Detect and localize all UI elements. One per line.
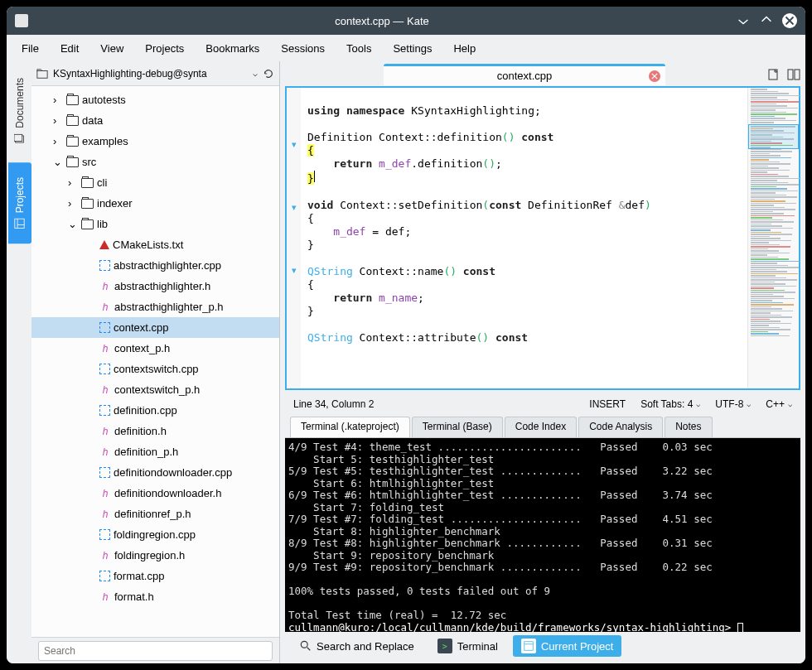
menu-bookmarks[interactable]: Bookmarks (197, 39, 268, 58)
tree-item-definitiondownloader-h[interactable]: hdefinitiondownloader.h (31, 483, 279, 504)
tree-search-input[interactable] (38, 641, 273, 661)
folder-icon (81, 219, 94, 229)
side-tab-projects-label: Projects (14, 177, 26, 213)
close-tab-icon[interactable] (649, 70, 660, 82)
bottom-toolbar: Search and Replace > Terminal Current Pr… (285, 632, 800, 660)
tree-item-data[interactable]: ›data (31, 110, 279, 131)
edit-mode: INSERT (589, 398, 626, 410)
h-icon: h (99, 281, 111, 292)
search-replace-button[interactable]: Search and Replace (292, 637, 423, 656)
tree-item-label: cli (97, 176, 107, 189)
app-icon (15, 14, 28, 27)
tree-item-foldingregion-h[interactable]: hfoldingregion.h (31, 545, 279, 566)
tab-code-analysis[interactable]: Code Analysis (578, 417, 663, 437)
tree-item-CMakeLists-txt[interactable]: CMakeLists.txt (31, 234, 279, 255)
tree-item-indexer[interactable]: ›indexer (31, 193, 279, 214)
tree-item-context-cpp[interactable]: context.cpp (31, 317, 279, 338)
tree-item-label: definitiondownloader.h (114, 487, 221, 499)
current-project-button[interactable]: Current Project (513, 635, 621, 657)
cpp-icon (99, 322, 110, 333)
terminal-button[interactable]: > Terminal (429, 635, 506, 657)
split-icon[interactable] (787, 68, 800, 81)
tree-item-definition-cpp[interactable]: definition.cpp (31, 400, 279, 421)
terminal-icon: > (437, 639, 452, 653)
tree-item-examples[interactable]: ›examples (31, 131, 279, 152)
tree-item-abstracthighlighter-p-h[interactable]: habstracthighlighter_p.h (31, 296, 279, 317)
current-project-label: Current Project (541, 640, 613, 653)
tab-notes[interactable]: Notes (665, 417, 712, 437)
side-tab-documents-label: Documents (14, 78, 26, 128)
tree-item-definition-h[interactable]: hdefinition.h (31, 421, 279, 441)
tree-item-label: indexer (97, 197, 133, 210)
side-tab-projects[interactable]: Projects (8, 162, 31, 243)
editor-code[interactable]: using namespace KSyntaxHighlighting; Def… (301, 88, 747, 388)
svg-rect-5 (37, 70, 47, 78)
menu-edit[interactable]: Edit (52, 39, 87, 58)
menu-tools[interactable]: Tools (338, 39, 379, 58)
menu-help[interactable]: Help (445, 39, 484, 58)
tab-code-index[interactable]: Code Index (505, 417, 577, 437)
tree-item-abstracthighlighter-cpp[interactable]: abstracthighlighter.cpp (31, 255, 279, 276)
h-icon: h (99, 550, 111, 562)
tree-item-cli[interactable]: ›cli (31, 172, 279, 193)
tree-item-label: contextswitch_p.h (114, 383, 200, 396)
indent-selector[interactable]: Soft Tabs: 4 ⌵ (640, 398, 700, 410)
tree-item-label: abstracthighlighter.cpp (114, 259, 221, 272)
terminal[interactable]: 4/9 Test #4: theme_test ................… (285, 438, 800, 632)
tree-item-src[interactable]: ⌄src (31, 152, 279, 172)
h-icon: h (99, 591, 111, 603)
language-selector[interactable]: C++ ⌵ (766, 398, 792, 410)
menu-settings[interactable]: Settings (384, 39, 440, 58)
h-icon: h (99, 301, 111, 313)
svg-line-10 (307, 648, 311, 651)
tree-item-label: data (82, 114, 103, 127)
maximize-button[interactable] (759, 12, 774, 30)
tree-item-format-h[interactable]: hformat.h (31, 586, 279, 607)
tree-item-contextswitch-cpp[interactable]: contextswitch.cpp (31, 359, 279, 379)
new-doc-icon[interactable] (767, 68, 781, 81)
editor[interactable]: ▾ ▾ ▾ using namespace KSyntaxHighlightin… (285, 86, 800, 390)
menu-view[interactable]: View (92, 39, 132, 58)
cmake-icon (99, 240, 109, 249)
cpp-icon (99, 405, 110, 416)
menu-file[interactable]: File (13, 39, 47, 58)
tree-item-label: autotests (82, 94, 126, 106)
tree-item-label: src (82, 156, 96, 168)
tree-item-abstracthighlighter-h[interactable]: habstracthighlighter.h (31, 276, 279, 296)
tree-item-lib[interactable]: ⌄lib (31, 214, 279, 234)
side-tab-documents[interactable]: Documents (8, 63, 31, 159)
tree-item-format-cpp[interactable]: format.cpp (31, 566, 279, 586)
tree-item-autotests[interactable]: ›autotests (31, 89, 279, 110)
tree-item-definitionref-p-h[interactable]: hdefinitionref_p.h (31, 504, 279, 524)
tree-item-definition-p-h[interactable]: hdefinition_p.h (31, 441, 279, 462)
h-icon: h (99, 488, 111, 499)
tree-item-foldingregion-cpp[interactable]: foldingregion.cpp (31, 524, 279, 545)
tree-item-definitiondownloader-cpp[interactable]: definitiondownloader.cpp (31, 462, 279, 483)
close-button[interactable] (782, 13, 797, 28)
folder-icon (66, 95, 79, 105)
menu-sessions[interactable]: Sessions (273, 39, 333, 58)
terminal-label: Terminal (457, 640, 498, 653)
h-icon: h (99, 446, 111, 458)
tree-item-label: definition_p.h (114, 446, 178, 458)
menu-bar: File Edit View Projects Bookmarks Sessio… (7, 35, 805, 61)
h-icon: h (99, 384, 111, 396)
tab-terminal-base[interactable]: Terminal (Base) (412, 417, 503, 437)
tree-item-context-p-h[interactable]: hcontext_p.h (31, 338, 279, 359)
svg-rect-8 (795, 70, 800, 80)
minimize-button[interactable] (736, 12, 751, 30)
cpp-icon (99, 529, 110, 540)
minimap[interactable]: document.write(Array.from({length:120},(… (747, 88, 799, 388)
project-dropdown-icon[interactable]: ⌵ (253, 69, 258, 78)
tree-item-contextswitch-p-h[interactable]: hcontextswitch_p.h (31, 379, 279, 400)
h-icon: h (99, 509, 111, 520)
tree-item-label: contextswitch.cpp (114, 363, 199, 375)
reload-icon[interactable] (263, 68, 274, 80)
encoding-selector[interactable]: UTF-8 ⌵ (715, 398, 751, 410)
tree-item-label: CMakeLists.txt (113, 239, 183, 251)
folder-icon (36, 68, 48, 80)
minimap-viewport[interactable] (748, 124, 799, 149)
menu-projects[interactable]: Projects (137, 39, 192, 58)
file-tab-context-cpp[interactable]: context.cpp (384, 64, 665, 85)
tab-terminal-project[interactable]: Terminal (.kateproject) (290, 417, 410, 437)
